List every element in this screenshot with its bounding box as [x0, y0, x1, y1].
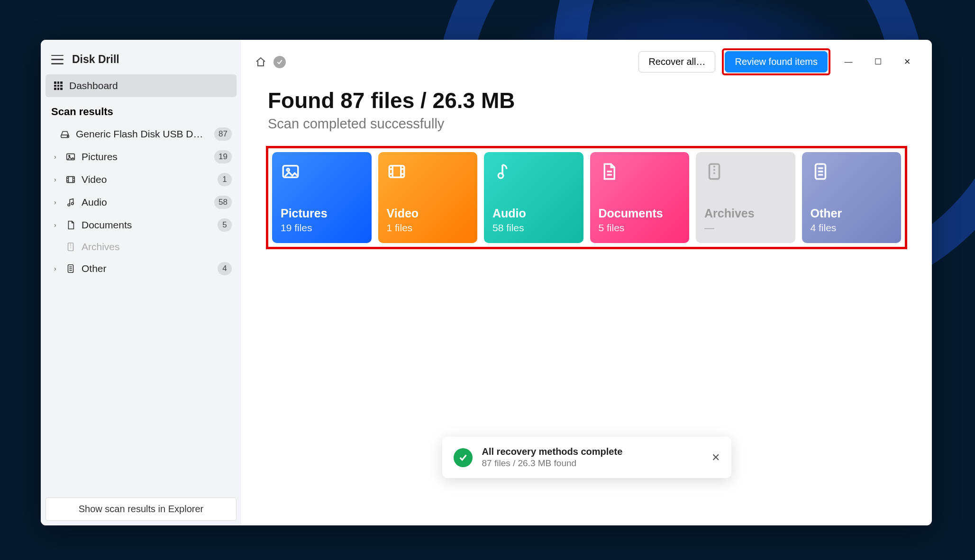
card-subtitle: 4 files [811, 222, 893, 234]
picture-icon [65, 152, 76, 162]
sidebar-tree: Generic Flash Disk USB D… 87 › Pictures … [41, 123, 241, 280]
sidebar-header: Disk Drill [41, 48, 241, 74]
scan-results-heading: Scan results [41, 97, 241, 123]
row-label: Video [82, 174, 212, 185]
row-label: Documents [82, 219, 212, 231]
count-badge: 58 [214, 196, 232, 209]
file-icon [65, 263, 76, 274]
card-subtitle: 1 files [387, 222, 469, 234]
svg-point-12 [498, 173, 503, 179]
count-badge: 1 [218, 173, 232, 186]
video-icon [387, 162, 407, 181]
sidebar-item-dashboard[interactable]: Dashboard [46, 74, 237, 97]
card-title: Video [387, 207, 469, 220]
svg-rect-11 [389, 166, 404, 178]
window-maximize-button[interactable]: ☐ [866, 53, 889, 72]
card-subtitle: 58 files [492, 222, 575, 234]
toast-subtitle: 87 files / 26.3 MB found [482, 458, 702, 469]
svg-point-5 [68, 204, 70, 206]
recover-all-button[interactable]: Recover all… [638, 51, 715, 72]
dashboard-label: Dashboard [69, 80, 118, 91]
picture-icon [281, 162, 301, 181]
card-title: Pictures [281, 207, 363, 220]
svg-point-3 [69, 155, 70, 157]
document-icon [65, 220, 76, 230]
card-title: Audio [492, 207, 575, 220]
chevron-right-icon: › [54, 199, 60, 206]
archive-icon [65, 242, 76, 252]
card-pictures[interactable]: Pictures 19 files [272, 152, 372, 243]
audio-icon [65, 197, 76, 208]
drive-icon [60, 129, 70, 139]
card-documents[interactable]: Documents 5 files [590, 152, 690, 243]
window-minimize-button[interactable]: — [837, 53, 860, 72]
row-label: Other [82, 263, 212, 274]
toolbar: Recover all… Review found items — ☐ ✕ [241, 40, 932, 84]
category-cards: Pictures 19 files Video 1 files Audio 58… [272, 152, 901, 243]
file-icon [811, 162, 830, 181]
annotation-highlight: Review found items [722, 48, 830, 75]
card-title: Documents [599, 207, 681, 220]
show-in-explorer-button[interactable]: Show scan results in Explorer [46, 497, 237, 521]
sidebar-item-video[interactable]: › Video 1 [44, 168, 238, 191]
row-label: Audio [82, 197, 209, 208]
card-subtitle: — [704, 222, 787, 234]
completion-toast: All recovery methods complete 87 files /… [442, 437, 731, 478]
count-badge: 4 [218, 262, 232, 275]
chevron-right-icon: › [54, 221, 60, 229]
device-count-badge: 87 [214, 127, 232, 141]
chevron-right-icon: › [54, 153, 60, 161]
sidebar-item-device[interactable]: Generic Flash Disk USB D… 87 [44, 123, 238, 145]
toast-close-button[interactable]: ✕ [711, 452, 720, 464]
grid-icon [54, 81, 63, 90]
card-title: Archives [704, 207, 787, 220]
svg-point-10 [287, 169, 289, 171]
chevron-right-icon: › [54, 176, 60, 183]
scan-status-check-icon [273, 56, 286, 68]
svg-point-6 [71, 202, 73, 205]
device-label: Generic Flash Disk USB D… [76, 128, 209, 140]
card-subtitle: 5 files [599, 222, 681, 234]
toast-body: All recovery methods complete 87 files /… [482, 446, 702, 469]
hamburger-menu-icon[interactable] [51, 55, 64, 64]
card-other[interactable]: Other 4 files [802, 152, 902, 243]
home-icon[interactable] [255, 56, 267, 68]
archive-icon [704, 162, 724, 181]
card-audio[interactable]: Audio 58 files [484, 152, 583, 243]
video-icon [65, 174, 76, 185]
annotation-highlight-cards: Pictures 19 files Video 1 files Audio 58… [266, 146, 907, 249]
svg-rect-4 [67, 177, 75, 183]
window-close-button[interactable]: ✕ [896, 53, 919, 72]
review-found-items-button[interactable]: Review found items [725, 51, 828, 72]
card-title: Other [811, 207, 893, 220]
sidebar-item-documents[interactable]: › Documents 5 [44, 214, 238, 236]
sidebar-item-other[interactable]: › Other 4 [44, 257, 238, 280]
sidebar: Disk Drill Dashboard Scan results Generi… [41, 40, 241, 525]
chevron-right-icon: › [54, 265, 60, 272]
success-check-icon [454, 448, 473, 467]
found-files-heading: Found 87 files / 26.3 MB [268, 88, 905, 113]
toast-title: All recovery methods complete [482, 446, 702, 457]
main-panel: Recover all… Review found items — ☐ ✕ Fo… [241, 40, 932, 525]
app-window: Disk Drill Dashboard Scan results Generi… [41, 40, 932, 525]
sidebar-item-audio[interactable]: › Audio 58 [44, 191, 238, 214]
app-title: Disk Drill [72, 53, 119, 66]
document-icon [599, 162, 619, 181]
row-label: Pictures [82, 151, 209, 163]
content: Found 87 files / 26.3 MB Scan completed … [241, 84, 932, 132]
row-label: Archives [82, 241, 232, 253]
sidebar-item-archives: › Archives [44, 236, 238, 257]
count-badge: 5 [218, 218, 232, 232]
count-badge: 19 [214, 150, 232, 163]
card-archives: Archives — [696, 152, 795, 243]
audio-icon [492, 162, 512, 181]
sidebar-item-pictures[interactable]: › Pictures 19 [44, 145, 238, 168]
card-subtitle: 19 files [281, 222, 363, 234]
card-video[interactable]: Video 1 files [378, 152, 478, 243]
svg-point-1 [67, 136, 68, 137]
scan-status-text: Scan completed successfully [268, 116, 905, 132]
